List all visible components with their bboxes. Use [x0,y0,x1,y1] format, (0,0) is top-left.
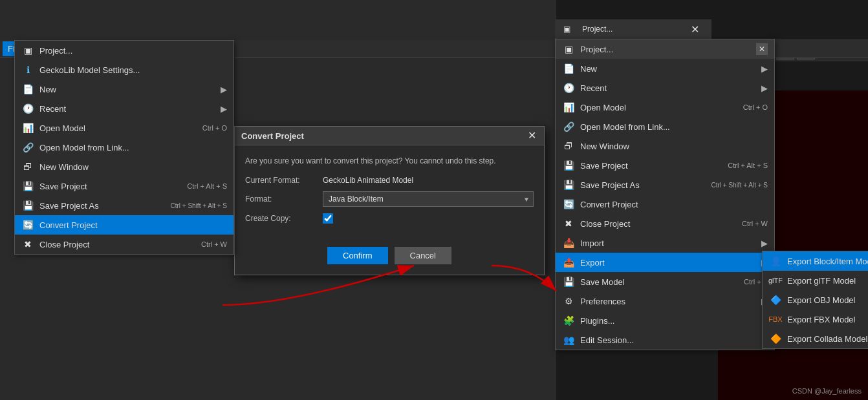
watermark: CSDN @Jay_fearless [792,387,862,395]
left-menu-project[interactable]: ▣ Project... [15,41,233,60]
left-menu-recent[interactable]: 🕐 Recent ▶ [15,99,233,118]
export-obj-label: Export OBJ Model [787,295,868,305]
convert-icon: 🔄 [21,218,34,231]
r-new-icon: 📄 [562,62,575,75]
recent-arrow: ▶ [221,104,227,114]
left-menu-save-as[interactable]: 💾 Save Project As Ctrl + Shift + Alt + S [15,196,233,215]
current-format-field: Current Format: GeckoLib Animated Model [245,176,534,185]
format-select-wrap: Java Block/Item ▼ [323,191,534,207]
right-menu-plugins[interactable]: 🧩 Plugins... ... [556,311,774,330]
dialog-close-btn[interactable]: ✕ [526,131,537,141]
right-menu-open-model[interactable]: 📊 Open Model Ctrl + O [556,98,774,117]
right-menu-new-window[interactable]: 🗗 New Window [556,136,774,156]
right-menu-convert[interactable]: 🔄 Convert Project [556,195,774,214]
convert-label: Convert Project [39,220,227,230]
save-as-label: Save Project As [39,201,157,211]
r-session-icon: 👥 [562,333,575,346]
right-menu-save[interactable]: 💾 Save Project Ctrl + Alt + S [556,156,774,175]
create-copy-field: Create Copy: [245,213,534,224]
save-icon: 💾 [21,180,34,193]
export-obj[interactable]: 🔷 Export OBJ Model [763,290,868,310]
r-export-icon: 📤 [562,256,575,269]
left-menu-open-link[interactable]: 🔗 Open Model from Link... [15,138,233,157]
save-as-shortcut: Ctrl + Shift + Alt + S [170,202,227,209]
r-link-icon: 🔗 [562,120,575,133]
export-block-icon: 👤 [769,255,782,268]
left-menu-new[interactable]: 📄 New ▶ [15,79,233,99]
open-model-shortcut: Ctrl + O [202,124,227,132]
r-recent-icon: 🕐 [562,81,575,94]
r-close-shortcut: Ctrl + W [742,220,768,227]
right-menu-recent[interactable]: 🕐 Recent ▶ [556,78,774,98]
r-project-label: Project... [580,45,756,54]
project-title-icon: ▣ [560,23,573,36]
left-menu-save-project[interactable]: 💾 Save Project Ctrl + Alt + S [15,176,233,196]
save-project-shortcut: Ctrl + Alt + S [187,182,227,190]
right-menu-close[interactable]: ✖ Close Project Ctrl + W [556,214,774,233]
dialog-title: Convert Project [241,131,304,141]
export-fbx[interactable]: FBX Export FBX Model [763,310,868,329]
format-select[interactable]: Java Block/Item [323,191,534,207]
left-menu-close[interactable]: ✖ Close Project Ctrl + W [15,235,233,254]
r-session-label: Edit Session... [580,335,768,345]
r-import-icon: 📥 [562,237,575,249]
r-new-label: New [580,64,758,74]
r-save-as-icon: 💾 [562,178,575,191]
open-model-label: Open Model [39,123,190,133]
right-menu-preferences[interactable]: ⚙ Preferences ▶ [556,291,774,311]
convert-project-dialog: Convert Project ✕ Are you sure you want … [234,126,545,275]
export-block-item[interactable]: 👤 Export Block/Item Model [763,251,868,271]
geckolib-label: GeckoLib Model Settings... [39,65,227,75]
right-menu-import[interactable]: 📥 Import ▶ [556,233,774,253]
r-new-arrow: ▶ [761,64,768,74]
format-label: Format: [245,195,323,204]
r-save-model-label: Save Model [580,277,731,287]
right-menu-save-as[interactable]: 💾 Save Project As Ctrl + Shift + Alt + S [556,175,774,195]
link-icon: 🔗 [21,141,34,154]
right-file-dropdown: ▣ Project... ✕ 📄 New ▶ 🕐 Recent ▶ 📊 Open… [555,39,775,350]
right-menu-open-link[interactable]: 🔗 Open Model from Link... [556,117,774,136]
dialog-body: Are you sure you want to convert this pr… [235,145,544,240]
left-menu-open-model[interactable]: 📊 Open Model Ctrl + O [15,118,233,138]
r-recent-arrow: ▶ [761,83,768,93]
right-menu-new[interactable]: 📄 New ▶ [556,59,774,78]
export-gltf[interactable]: glTF Export glTF Model [763,271,868,290]
r-save-label: Save Project [580,161,715,171]
r-plugins-icon: 🧩 [562,314,575,327]
confirm-button[interactable]: Confirm [327,247,388,264]
right-menu-export[interactable]: 📤 Export ▶ [556,253,774,272]
project-close-btn[interactable]: ✕ [688,23,701,36]
dialog-footer: Confirm Cancel [235,240,544,275]
project-titlebar: ▣ Project... ✕ [555,19,711,39]
export-gltf-icon: glTF [769,274,782,287]
cancel-button[interactable]: Cancel [395,247,451,264]
r-open-icon: 📊 [562,101,575,114]
right-menu-save-model[interactable]: 💾 Save Model Ctrl + S [556,272,774,291]
r-window-icon: 🗗 [562,140,575,153]
left-menu-convert[interactable]: 🔄 Convert Project [15,215,233,235]
export-fbx-icon: FBX [769,313,782,326]
r-save-as-shortcut: Ctrl + Shift + Alt + S [711,182,768,189]
r-prefs-label: Preferences [580,297,758,306]
r-save-icon: 💾 [562,159,575,172]
r-prefs-icon: ⚙ [562,295,575,308]
dialog-titlebar: Convert Project ✕ [235,127,544,145]
create-copy-checkbox[interactable] [323,213,333,224]
export-gltf-label: Export glTF Model [787,276,868,286]
left-menu-geckolib[interactable]: ℹ GeckoLib Model Settings... [15,60,233,79]
export-submenu: 👤 Export Block/Item Model glTF Export gl… [762,251,868,349]
left-menu-new-window[interactable]: 🗗 New Window [15,157,233,176]
right-menu-edit-session[interactable]: 👥 Edit Session... [556,330,774,350]
dialog-message: Are you sure you want to convert this pr… [245,156,534,167]
left-file-dropdown: ▣ Project... ℹ GeckoLib Model Settings..… [14,40,234,255]
window-icon: 🗗 [21,160,34,173]
right-menu-project[interactable]: ▣ Project... ✕ [556,39,774,59]
new-arrow: ▶ [221,85,227,94]
r-convert-icon: 🔄 [562,198,575,211]
info-icon: ℹ [21,63,34,76]
export-collada[interactable]: 🔶 Export Collada Model (dae) [763,329,868,348]
r-project-close[interactable]: ✕ [756,43,768,55]
project-title-text: Project... [582,25,613,34]
export-obj-icon: 🔷 [769,293,782,306]
close-project-icon: ✖ [21,238,34,251]
